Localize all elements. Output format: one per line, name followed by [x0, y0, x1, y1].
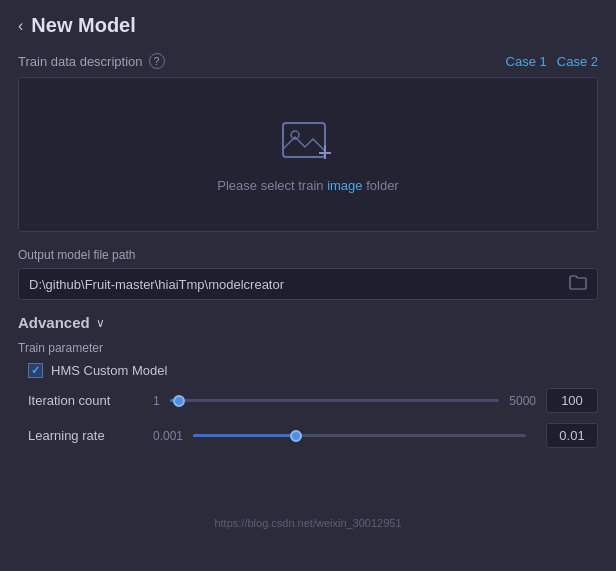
learning-rate-label: Learning rate [28, 428, 143, 443]
learning-rate-slider-thumb[interactable] [290, 430, 302, 442]
case-buttons: Case 1 Case 2 [506, 54, 598, 69]
iteration-count-row: Iteration count 1 5000 100 [18, 388, 598, 413]
iteration-slider-thumb[interactable] [173, 395, 185, 407]
learning-rate-slider-track [193, 434, 526, 437]
iteration-slider-track [170, 399, 500, 402]
help-icon[interactable]: ? [149, 53, 165, 69]
learning-rate-slider-fill [193, 434, 293, 437]
train-data-header: Train data description ? Case 1 Case 2 [18, 53, 598, 69]
iteration-count-label: Iteration count [28, 393, 143, 408]
back-button[interactable]: ‹ [18, 17, 23, 35]
advanced-label: Advanced [18, 314, 90, 331]
chevron-down-icon: ∨ [96, 316, 105, 330]
case1-button[interactable]: Case 1 [506, 54, 547, 69]
new-model-page: ‹ New Model Train data description ? Cas… [0, 0, 616, 571]
svg-rect-0 [283, 123, 325, 157]
iteration-value-input[interactable]: 100 [546, 388, 598, 413]
iteration-min: 1 [153, 394, 160, 408]
output-label: Output model file path [18, 248, 598, 262]
hms-checkbox-row: ✓ HMS Custom Model [18, 363, 598, 378]
learning-rate-min: 0.001 [153, 429, 183, 443]
header: ‹ New Model [18, 14, 598, 37]
file-path-row: D:\github\Fruit-master\hiaiTmp\modelcrea… [18, 268, 598, 300]
hms-label: HMS Custom Model [51, 363, 167, 378]
train-data-label: Train data description [18, 54, 143, 69]
output-model-section: Output model file path D:\github\Fruit-m… [18, 248, 598, 300]
train-param-section: Train parameter ✓ HMS Custom Model Itera… [18, 341, 598, 458]
iteration-slider-container [170, 393, 500, 409]
learning-rate-value-input[interactable]: 0.01 [546, 423, 598, 448]
train-param-title: Train parameter [18, 341, 598, 355]
learning-rate-slider-container [193, 428, 526, 444]
page-title: New Model [31, 14, 135, 37]
learning-rate-row: Learning rate 0.001 0.01 [18, 423, 598, 448]
watermark: https://blog.csdn.net/weixin_30012951 [214, 517, 401, 529]
advanced-toggle[interactable]: Advanced ∨ [18, 314, 598, 331]
image-placeholder-icon [281, 117, 335, 168]
dropzone-text: Please select train image folder [217, 178, 398, 193]
hms-checkbox[interactable]: ✓ [28, 363, 43, 378]
check-mark: ✓ [31, 364, 40, 377]
iteration-max: 5000 [509, 394, 536, 408]
file-path-text: D:\github\Fruit-master\hiaiTmp\modelcrea… [29, 277, 561, 292]
case2-button[interactable]: Case 2 [557, 54, 598, 69]
folder-icon[interactable] [569, 275, 587, 293]
train-image-dropzone[interactable]: Please select train image folder [18, 77, 598, 232]
train-data-label-group: Train data description ? [18, 53, 165, 69]
